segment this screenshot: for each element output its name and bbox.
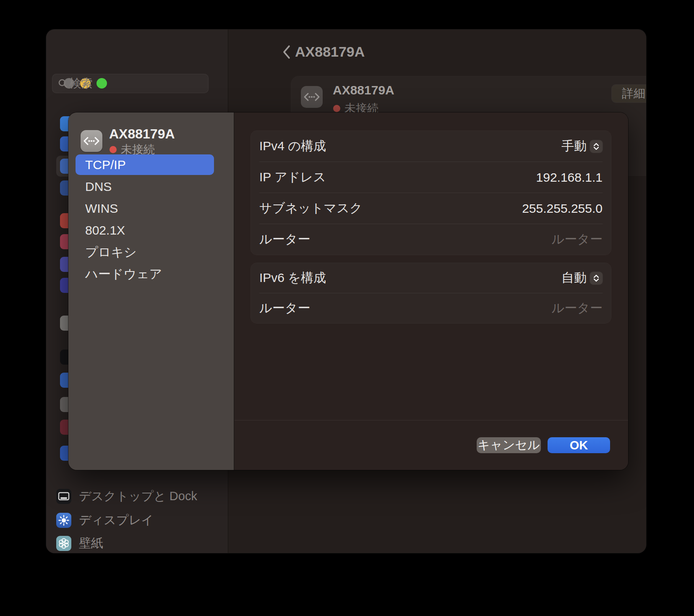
sheet-content: IPv4 の構成 手動 IP アドレス 192.168.1.1 サブネットマスク… [235, 112, 628, 470]
cancel-button[interactable]: キャンセル [477, 437, 541, 453]
ipv4-router-row: ルーター ルーター [259, 224, 603, 255]
ip-address-field[interactable]: 192.168.1.1 [536, 170, 603, 185]
row-label: IPv4 の構成 [259, 138, 326, 155]
ipv6-config-value: 自動 [561, 269, 587, 287]
ethernet-adapter-icon [301, 86, 323, 108]
sheet-sidebar: AX88179A 未接続 TCP/IP DNS WINS 802.1X プロキシ… [68, 112, 235, 470]
sidebar-search-field[interactable] [52, 74, 209, 93]
row-label: ルーター [259, 300, 310, 317]
back-button[interactable] [279, 43, 294, 61]
wallpaper-flower-icon [56, 536, 71, 551]
ipv6-config-popup-stepper[interactable] [590, 272, 603, 285]
row-label: ルーター [259, 231, 310, 248]
ipv4-config-popup-stepper[interactable] [590, 140, 603, 153]
tab-tcpip[interactable]: TCP/IP [76, 154, 214, 175]
ipv4-config-row: IPv4 の構成 手動 [259, 131, 603, 162]
row-label: サブネットマスク [259, 200, 363, 217]
status-dot [110, 146, 117, 153]
ipv6-router-field[interactable]: ルーター [552, 300, 603, 317]
sheet-adapter-name: AX88179A [109, 126, 175, 142]
sidebar-item-label: デスクトップと Dock [79, 488, 197, 505]
ipv6-router-row: ルーター ルーター [259, 293, 603, 323]
sidebar-item-displays[interactable]: ディスプレイ [56, 510, 224, 530]
page-title: AX88179A [295, 44, 365, 60]
ipv6-group: IPv6 を構成 自動 ルーター ルーター [251, 263, 611, 323]
sidebar-item-desktop-dock[interactable]: デスクトップと Dock [56, 486, 224, 506]
tab-8021x[interactable]: 802.1X [76, 220, 214, 240]
ipv6-config-row: IPv6 を構成 自動 [259, 263, 603, 293]
search-input[interactable] [68, 76, 222, 91]
tcpip-config-sheet: AX88179A 未接続 TCP/IP DNS WINS 802.1X プロキシ… [68, 112, 628, 470]
tab-wins[interactable]: WINS [76, 198, 214, 219]
display-brightness-icon [56, 513, 71, 528]
subnet-mask-field[interactable]: 255.255.255.0 [522, 201, 603, 216]
tab-hardware[interactable]: ハードウェア [76, 264, 214, 284]
row-label: IP アドレス [259, 169, 326, 186]
ipv4-router-field[interactable]: ルーター [552, 231, 603, 248]
tab-dns[interactable]: DNS [76, 176, 214, 197]
ipv4-config-value: 手動 [561, 138, 587, 155]
sidebar-item-label: ディスプレイ [79, 512, 154, 529]
status-dot [333, 105, 340, 112]
ipv4-group: IPv4 の構成 手動 IP アドレス 192.168.1.1 サブネットマスク… [251, 131, 611, 255]
details-button[interactable]: 詳細… [612, 85, 646, 102]
tab-proxy[interactable]: プロキシ [76, 242, 214, 262]
row-label: IPv6 を構成 [259, 269, 326, 287]
footer-divider [235, 420, 628, 420]
subnet-mask-row: サブネットマスク 255.255.255.0 [259, 193, 603, 224]
sidebar-item-wallpaper[interactable]: 壁紙 [56, 533, 224, 553]
ethernet-adapter-icon [81, 130, 102, 152]
adapter-name: AX88179A [333, 83, 394, 97]
desktop-dock-icon [56, 489, 71, 504]
search-icon [57, 78, 68, 89]
ip-address-row: IP アドレス 192.168.1.1 [259, 162, 603, 193]
sidebar-item-label: 壁紙 [79, 535, 103, 552]
ok-button[interactable]: OK [548, 437, 610, 453]
sheet-nav: TCP/IP DNS WINS 802.1X プロキシ ハードウェア [76, 154, 214, 285]
